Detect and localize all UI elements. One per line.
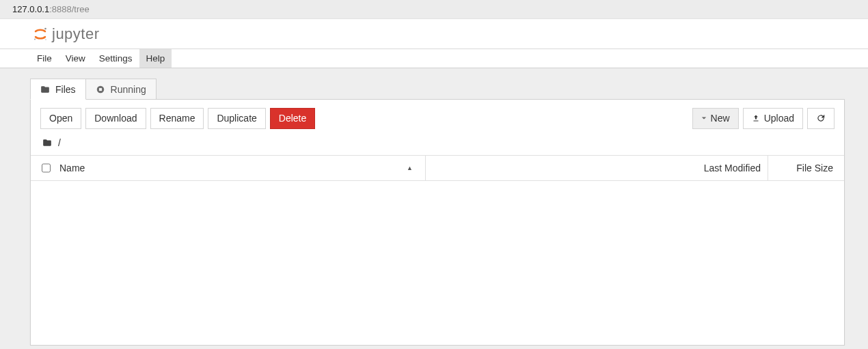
sort-asc-icon: ▲ (407, 165, 425, 171)
app-header: jupyter (0, 19, 868, 49)
jupyter-mark-icon (33, 27, 48, 42)
menu-view[interactable]: View (59, 49, 92, 68)
column-name-label: Name (59, 163, 85, 173)
tab-files[interactable]: Files (30, 79, 86, 100)
folder-icon (42, 138, 53, 148)
main-panel: Open Download Rename Duplicate Delete Ne… (30, 99, 845, 346)
caret-down-icon (701, 115, 707, 121)
svg-point-0 (44, 27, 46, 29)
new-button[interactable]: New (692, 108, 739, 129)
breadcrumb-path: / (58, 137, 61, 148)
select-all-cell (39, 161, 53, 175)
folder-icon (40, 85, 50, 94)
upload-icon (752, 114, 760, 122)
svg-rect-4 (99, 88, 102, 91)
svg-point-1 (34, 38, 36, 40)
delete-button[interactable]: Delete (270, 108, 315, 129)
open-button[interactable]: Open (40, 108, 81, 129)
menu-bar: File View Settings Help (0, 49, 868, 68)
svg-point-2 (45, 39, 46, 40)
url-path: :8888/tree (49, 4, 90, 14)
new-button-label: New (711, 113, 730, 124)
jupyter-wordmark: jupyter (52, 25, 100, 43)
download-button[interactable]: Download (85, 108, 146, 129)
menu-help[interactable]: Help (139, 49, 172, 68)
column-last-modified[interactable]: Last Modified (426, 163, 768, 173)
url-host: 127.0.0.1 (12, 4, 49, 14)
menu-file[interactable]: File (30, 49, 59, 68)
menu-settings[interactable]: Settings (92, 49, 139, 68)
file-action-group: Open Download Rename Duplicate Delete (40, 108, 315, 129)
file-create-group: New Upload (692, 108, 835, 129)
column-file-size[interactable]: File Size (768, 163, 833, 173)
file-toolbar: Open Download Rename Duplicate Delete Ne… (31, 100, 844, 136)
column-modified-label: Last Modified (704, 163, 761, 173)
select-all-checkbox[interactable] (42, 163, 51, 173)
file-list-body (31, 181, 844, 345)
duplicate-button[interactable]: Duplicate (208, 108, 265, 129)
rename-button[interactable]: Rename (150, 108, 204, 129)
column-size-label: File Size (796, 163, 833, 173)
file-list-header: Name ▲ Last Modified File Size (31, 155, 844, 181)
jupyter-logo[interactable]: jupyter (33, 25, 100, 43)
refresh-button[interactable] (807, 108, 835, 129)
tab-running[interactable]: Running (86, 79, 157, 100)
refresh-icon (816, 113, 826, 123)
upload-button[interactable]: Upload (743, 108, 803, 129)
upload-button-label: Upload (764, 113, 794, 124)
tab-running-label: Running (111, 84, 146, 95)
stop-circle-icon (96, 85, 105, 94)
column-name[interactable]: Name ▲ (53, 163, 425, 173)
breadcrumb[interactable]: / (31, 136, 844, 155)
tabs: Files Running (30, 78, 845, 99)
browser-url-bar[interactable]: 127.0.0.1:8888/tree (0, 0, 868, 19)
tab-files-label: Files (55, 84, 76, 95)
